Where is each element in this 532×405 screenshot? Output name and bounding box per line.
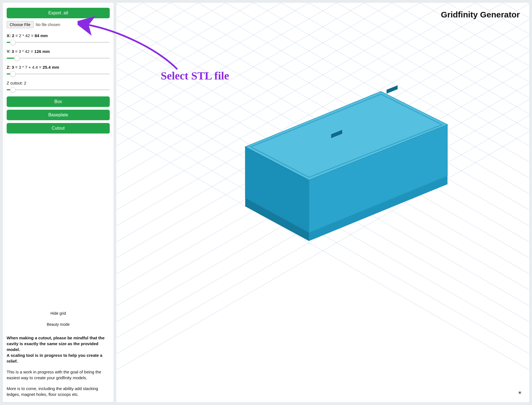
param-zcutout: Z cutout: 2 [7, 81, 110, 93]
cutout-button[interactable]: Cutout [7, 123, 110, 134]
wip-note-1: This is a work in progress with the goal… [7, 369, 110, 381]
annotation-text: Select STL file [161, 69, 229, 82]
param-x-label: X: 2 = 2 * 42 = 84 mm [7, 33, 110, 38]
baseplate-button[interactable]: Baseplate [7, 110, 110, 120]
export-stl-button[interactable]: Export .stl [7, 8, 110, 18]
sidebar: Export .stl Choose File No file chosen X… [3, 3, 114, 402]
theme-toggle-button[interactable]: ☀ [515, 388, 524, 397]
viewport-3d[interactable]: Gridfinity Generator ☀ [116, 3, 529, 402]
file-status: No file chosen [36, 22, 60, 27]
param-z: Z: 3 = 3 * 7 + 4.4 = 25.4 mm [7, 65, 110, 77]
app-title: Gridfinity Generator [441, 10, 520, 19]
file-chooser-row: Choose File No file chosen [7, 21, 110, 28]
slider-z[interactable] [7, 71, 110, 77]
param-y-label: Y: 3 = 3 * 42 = 126 mm [7, 49, 110, 54]
hide-grid-link[interactable]: Hide grid [7, 311, 110, 316]
slider-x[interactable] [7, 40, 110, 45]
param-x: X: 2 = 2 * 42 = 84 mm [7, 33, 110, 45]
sun-icon: ☀ [518, 390, 522, 396]
wip-note-2: More is to come, including the ability a… [7, 386, 110, 397]
cutout-warning: When making a cutout, please be mindful … [7, 335, 110, 364]
param-zcutout-label: Z cutout: 2 [7, 81, 110, 85]
choose-file-button[interactable]: Choose File [7, 21, 34, 28]
grid-scene [116, 3, 529, 402]
param-z-label: Z: 3 = 3 * 7 + 4.4 = 25.4 mm [7, 65, 110, 70]
beauty-mode-link[interactable]: Beauty mode [7, 322, 110, 327]
box-button[interactable]: Box [7, 96, 110, 107]
slider-zcutout[interactable] [7, 87, 110, 93]
slider-y[interactable] [7, 55, 110, 61]
param-y: Y: 3 = 3 * 42 = 126 mm [7, 49, 110, 61]
